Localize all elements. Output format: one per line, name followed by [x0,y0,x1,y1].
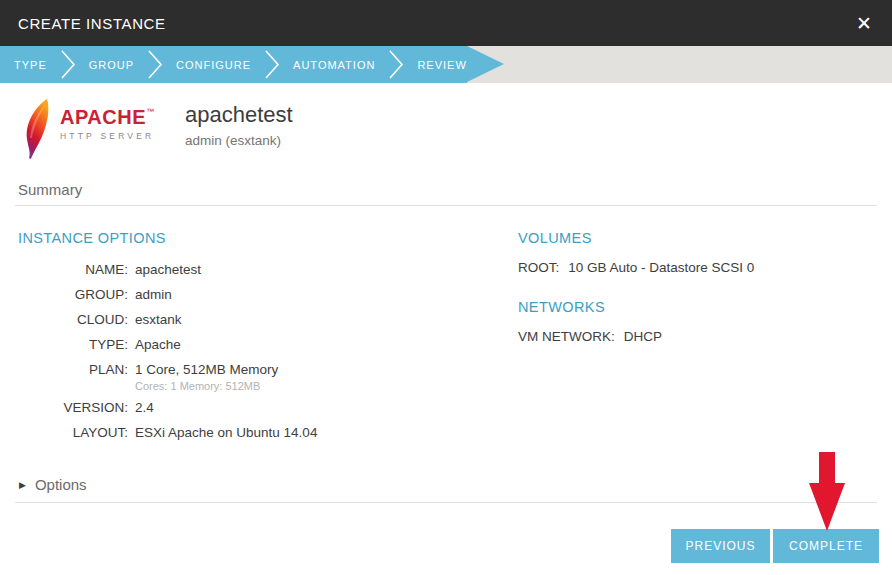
table-row: PLAN: 1 Core, 512MB Memory Cores: 1 Memo… [15,361,515,392]
summary-columns: INSTANCE OPTIONS NAME: apachetest GROUP:… [15,230,877,449]
field-label: PLAN: [15,361,128,392]
field-label: VERSION: [15,399,128,417]
stepper-active-track: TYPE GROUP CONFIGURE AUTOMATION REVIEW [0,46,467,83]
divider [15,205,877,206]
field-value: ESXi Apache on Ubuntu 14.04 [135,424,515,442]
chevron-separator-icon [147,50,163,79]
networks-title: NETWORKS [515,299,877,315]
field-value: DHCP [624,329,662,344]
summary-section-header: Summary [15,181,877,206]
step-automation[interactable]: AUTOMATION [293,59,375,71]
field-label: ROOT: [518,260,559,275]
table-row: TYPE: Apache [15,336,515,354]
step-group[interactable]: GROUP [89,59,134,71]
instance-name: apachetest [185,102,293,128]
field-label: TYPE: [15,336,128,354]
apache-feather-icon [20,98,56,160]
step-type[interactable]: TYPE [14,59,47,71]
table-row: ROOT:10 GB Auto - Datastore SCSI 0 [515,260,877,275]
field-value: Apache [135,336,515,354]
triangle-right-icon: ▶ [19,480,26,490]
summary-title: Summary [15,181,877,198]
options-toggle[interactable]: ▶ Options [15,476,877,493]
step-configure[interactable]: CONFIGURE [176,59,251,71]
apache-logo: APACHE™ HTTP SERVER [15,96,182,160]
instance-name-block: apachetest admin (esxtank) [185,102,293,160]
volumes-title: VOLUMES [515,230,877,246]
trademark-mark: ™ [146,107,154,116]
field-value: apachetest [135,261,515,279]
field-label: NAME: [15,261,128,279]
options-toggle-label: Options [35,476,87,493]
instance-identity: APACHE™ HTTP SERVER apachetest admin (es… [15,96,877,160]
step-review[interactable]: REVIEW [417,59,466,71]
divider [15,502,877,503]
previous-button[interactable]: PREVIOUS [671,529,770,563]
dialog-header: CREATE INSTANCE ✕ [0,0,892,46]
table-row: LAYOUT: ESXi Apache on Ubuntu 14.04 [15,424,515,442]
complete-button[interactable]: COMPLETE [773,529,879,563]
field-value: 1 Core, 512MB Memory [135,361,515,379]
table-row: GROUP: admin [15,286,515,304]
field-subvalue: Cores: 1 Memory: 512MB [135,380,515,392]
stepper-progress-arrow [467,46,504,82]
chevron-separator-icon [60,50,76,79]
field-label: CLOUD: [15,311,128,329]
field-label: LAYOUT: [15,424,128,442]
field-value: admin [135,286,515,304]
apache-brand-text: APACHE [60,107,146,127]
table-row: CLOUD: esxtank [15,311,515,329]
create-instance-dialog: CREATE INSTANCE ✕ TYPE GROUP CONFIGURE A… [0,0,892,575]
instance-options-title: INSTANCE OPTIONS [15,230,515,246]
field-value: 2.4 [135,399,515,417]
field-value: esxtank [135,311,515,329]
instance-options-list: NAME: apachetest GROUP: admin CLOUD: esx… [15,261,515,442]
dialog-body: APACHE™ HTTP SERVER apachetest admin (es… [0,96,892,503]
apache-subtitle-text: HTTP SERVER [60,131,154,141]
table-row: VERSION: 2.4 [15,399,515,417]
chevron-separator-icon [388,50,404,79]
dialog-footer: PREVIOUS COMPLETE [671,529,879,563]
dialog-title: CREATE INSTANCE [18,15,166,32]
field-label: VM NETWORK: [518,329,615,344]
volumes-networks-section: VOLUMES ROOT:10 GB Auto - Datastore SCSI… [515,230,877,449]
field-label: GROUP: [15,286,128,304]
table-row: NAME: apachetest [15,261,515,279]
table-row: VM NETWORK:DHCP [515,329,877,344]
instance-options-section: INSTANCE OPTIONS NAME: apachetest GROUP:… [15,230,515,449]
annotation-arrow-down-icon [807,452,847,532]
apache-wordmark: APACHE™ HTTP SERVER [60,107,154,141]
chevron-separator-icon [264,50,280,79]
close-icon[interactable]: ✕ [850,10,878,37]
instance-owner: admin (esxtank) [185,133,293,148]
wizard-stepper: TYPE GROUP CONFIGURE AUTOMATION REVIEW [0,46,892,83]
field-value: 10 GB Auto - Datastore SCSI 0 [568,260,754,275]
